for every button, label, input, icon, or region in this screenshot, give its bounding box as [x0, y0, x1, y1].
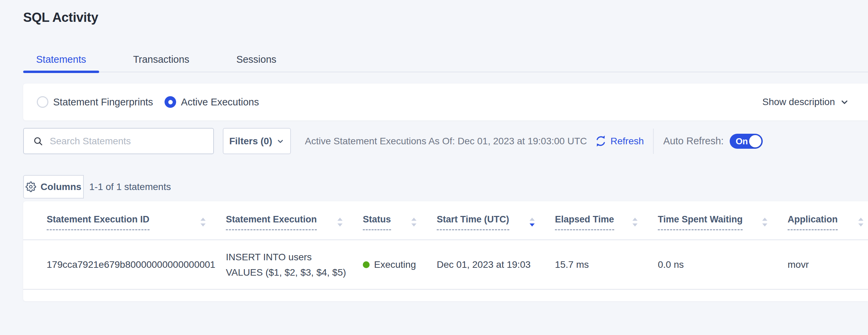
table-header-row: Statement Execution ID Statement Executi… [23, 201, 868, 240]
radio-circle[interactable] [37, 96, 48, 108]
show-description-button[interactable]: Show description [762, 97, 849, 107]
columns-label: Columns [41, 181, 81, 192]
columns-button[interactable]: Columns [23, 175, 84, 199]
radio-circle[interactable] [165, 96, 176, 108]
auto-refresh-toggle[interactable]: On [730, 134, 763, 149]
tab-bar: Statements Transactions Sessions [23, 47, 868, 72]
status-executing-dot [363, 261, 370, 268]
column-header-status[interactable]: Status [363, 201, 437, 240]
filters-label: Filters (0) [229, 136, 272, 147]
sort-icon[interactable] [410, 217, 418, 228]
column-header-statement-execution-id[interactable]: Statement Execution ID [23, 201, 226, 240]
chevron-down-icon [276, 137, 284, 145]
tab-statements[interactable]: Statements [23, 47, 99, 72]
chevron-down-icon [840, 97, 849, 107]
cell-elapsed-time: 15.7 ms [555, 240, 658, 289]
refresh-label: Refresh [610, 136, 644, 147]
search-box[interactable] [23, 128, 214, 154]
tab-transactions[interactable]: Transactions [120, 47, 202, 72]
gear-icon [26, 181, 36, 192]
sort-icon[interactable] [857, 217, 865, 228]
radio-label: Statement Fingerprints [53, 97, 153, 108]
radio-statement-fingerprints[interactable]: Statement Fingerprints [37, 96, 153, 108]
cell-statement[interactable]: INSERT INTO users VALUES ($1, $2, $3, $4… [226, 240, 363, 289]
table-row: 179cca7921e679b80000000000000001 INSERT … [23, 240, 868, 289]
column-header-start-time[interactable]: Start Time (UTC) [437, 201, 555, 240]
refresh-icon [594, 135, 607, 147]
statements-table: Statement Execution ID Statement Executi… [23, 201, 868, 290]
as-of-text: Active Statement Executions As Of: Dec 0… [305, 136, 587, 147]
statements-table-card: Statement Execution ID Statement Executi… [23, 201, 868, 301]
vertical-divider [653, 129, 654, 154]
toggle-state-label: On [735, 136, 748, 146]
radio-active-executions[interactable]: Active Executions [165, 96, 259, 108]
cell-start-time: Dec 01, 2023 at 19:03 [437, 240, 555, 289]
filters-button[interactable]: Filters (0) [223, 128, 291, 154]
column-header-application[interactable]: Application [788, 201, 868, 240]
show-description-label: Show description [762, 97, 835, 107]
sort-icon[interactable] [199, 217, 207, 228]
cell-status: Executing [363, 240, 437, 289]
sort-icon[interactable] [761, 217, 769, 228]
view-mode-card: Statement Fingerprints Active Executions… [23, 84, 868, 120]
results-count: 1-1 of 1 statements [89, 181, 171, 192]
column-header-elapsed-time[interactable]: Elapsed Time [555, 201, 658, 240]
toggle-knob[interactable] [749, 135, 761, 147]
column-header-statement-execution[interactable]: Statement Execution [226, 201, 363, 240]
table-toolbar: Columns 1-1 of 1 statements [23, 175, 171, 199]
controls-row: Filters (0) Active Statement Executions … [23, 128, 868, 154]
cell-time-spent-waiting: 0.0 ns [658, 240, 788, 289]
column-header-time-spent-waiting[interactable]: Time Spent Waiting [658, 201, 788, 240]
auto-refresh-label: Auto Refresh: [663, 135, 724, 147]
status-label: Executing [374, 259, 416, 270]
page-title: SQL Activity [23, 10, 98, 25]
sort-icon[interactable] [336, 217, 344, 228]
cell-execution-id: 179cca7921e679b80000000000000001 [23, 240, 226, 289]
radio-label: Active Executions [181, 97, 259, 108]
tab-sessions[interactable]: Sessions [223, 47, 290, 72]
refresh-button[interactable]: Refresh [594, 135, 644, 147]
sort-icon[interactable] [528, 217, 536, 228]
search-input[interactable] [50, 136, 206, 147]
cell-application: movr [788, 240, 868, 289]
sort-icon[interactable] [631, 217, 639, 228]
search-icon [33, 136, 44, 147]
